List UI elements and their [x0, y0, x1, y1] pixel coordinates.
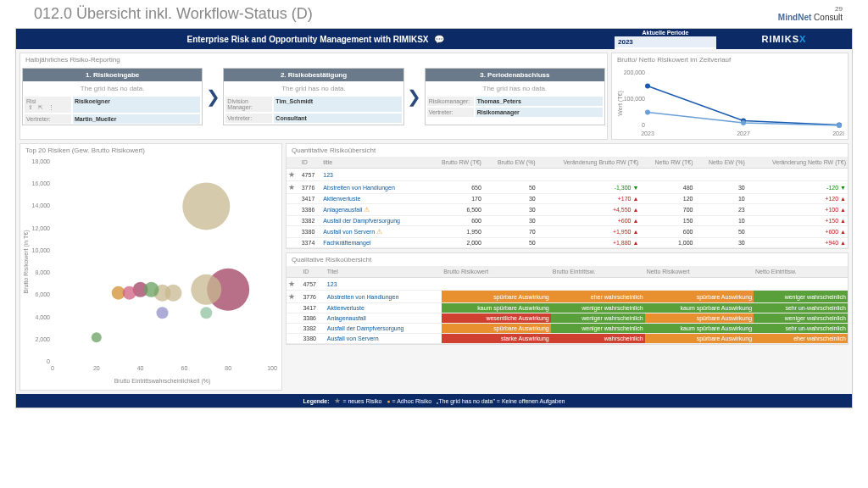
dashboard: Enterprise Risk and Opportunity Manageme…: [15, 28, 853, 408]
table-row[interactable]: 3382 Ausfall der Dampfversorgung 60030+6…: [287, 216, 848, 226]
svg-text:2028: 2028: [832, 130, 844, 136]
svg-text:Wert (T€): Wert (T€): [617, 91, 624, 115]
workflow-step[interactable]: 3. PeriodenabschlussThe grid has no data…: [425, 68, 605, 125]
svg-point-12: [837, 123, 842, 128]
table-row[interactable]: ★ 4757123: [287, 278, 848, 291]
quant-table[interactable]: IDtitleBrutto RW (T€)Brutto EW (%)Veränd…: [287, 157, 848, 248]
svg-point-41: [200, 307, 212, 319]
more-icon[interactable]: ⋮: [47, 104, 55, 111]
svg-text:14,000: 14,000: [32, 202, 51, 208]
table-row[interactable]: ★ 3776Abstreiten von Handlungen spürbare…: [287, 291, 848, 303]
arrow-icon: ❯: [406, 68, 423, 125]
svg-point-37: [144, 282, 159, 297]
table-row[interactable]: 3386Anlagenausfall wesentliche Auswirkun…: [287, 313, 848, 324]
star-icon: ★: [288, 292, 295, 301]
scatter-chart[interactable]: 02,0004,0006,0008,00010,00012,00014,0001…: [20, 157, 281, 390]
svg-text:10,000: 10,000: [32, 247, 51, 253]
dashboard-title: Enterprise Risk and Opportunity Manageme…: [16, 29, 615, 49]
legend-footer: Legende: ★ = neues Risiko ● = Adhoc Risi…: [16, 394, 852, 408]
table-row[interactable]: 3417 Aktienverluste 17030+170 ▲ 12010+12…: [287, 194, 848, 204]
svg-text:Brutto Risikowert (in T€): Brutto Risikowert (in T€): [23, 230, 30, 294]
slide-logo: 29 MindNet Consult: [778, 5, 843, 23]
brand-logo: RIMIKSX: [716, 29, 852, 49]
svg-text:0: 0: [47, 358, 50, 364]
svg-text:18,000: 18,000: [32, 158, 51, 164]
table-row[interactable]: ★ 3776 Abstreiten von Handlungen 65050-1…: [287, 181, 848, 194]
svg-text:2023: 2023: [641, 130, 654, 136]
workflow-title: Halbjährliches Risiko-Reporting: [20, 53, 607, 66]
svg-text:8,000: 8,000: [35, 269, 50, 275]
svg-text:0: 0: [642, 122, 645, 128]
svg-point-7: [645, 84, 650, 89]
line-chart[interactable]: 0100,000200,000202320272028Wert (T€): [612, 66, 848, 139]
svg-text:100: 100: [267, 365, 277, 371]
warning-icon: ⚠: [364, 206, 370, 214]
table-row[interactable]: 3374 Fachkräftemangel 2,00050+1,880 ▲ 1,…: [287, 238, 848, 248]
svg-point-31: [182, 182, 230, 230]
svg-text:4,000: 4,000: [35, 314, 50, 320]
qual-table[interactable]: IDTitelBrutto RisikowertBrutto Eintritts…: [287, 266, 848, 344]
table-row[interactable]: 3380 Ausfall von Servern ⚠ 1,95070+1,950…: [287, 226, 848, 238]
svg-text:2,000: 2,000: [35, 336, 50, 342]
workflow-step[interactable]: 1. RisikoeingabeThe grid has no data.Ris…: [22, 68, 203, 125]
svg-point-11: [741, 120, 746, 125]
table-row[interactable]: 3417Aktienverluste kaum spürbare Auswirk…: [287, 303, 848, 313]
svg-text:200,000: 200,000: [624, 69, 645, 75]
svg-point-42: [92, 332, 102, 342]
svg-text:80: 80: [225, 365, 231, 371]
star-icon: ★: [288, 280, 295, 288]
slide-title: 012.0 Übersicht inkl. Workflow-Status (D…: [34, 5, 313, 23]
warning-icon: ⚠: [376, 228, 382, 236]
linechart-title: Brutto/ Netto Risikowert im Zeitverlauf: [612, 53, 848, 66]
quant-title: Quantitative Risikoübersicht: [287, 144, 848, 157]
arrow-icon: ❯: [204, 68, 221, 125]
svg-text:100,000: 100,000: [624, 96, 645, 102]
share-icon[interactable]: ⇪: [26, 104, 35, 111]
svg-text:2027: 2027: [737, 130, 750, 136]
svg-point-10: [645, 110, 650, 115]
svg-point-39: [123, 286, 136, 300]
svg-text:20: 20: [93, 365, 100, 371]
star-icon: ★: [288, 170, 295, 179]
scatter-title: Top 20 Risiken (Gew. Brutto Risikowert): [20, 144, 281, 157]
svg-text:40: 40: [137, 365, 144, 371]
svg-text:12,000: 12,000: [32, 225, 51, 231]
svg-text:6,000: 6,000: [35, 291, 50, 297]
qual-title: Qualitative Risikoübersicht: [287, 253, 848, 266]
period-label: Aktuelle Periode: [615, 29, 716, 36]
table-row[interactable]: 3386 Anlagenausfall ⚠ 6,50030+4,550 ▲ 70…: [287, 204, 848, 216]
svg-text:0: 0: [51, 365, 54, 371]
svg-point-33: [191, 274, 221, 305]
table-row[interactable]: ★ 4757 123: [287, 169, 848, 181]
star-icon: ★: [288, 183, 295, 191]
period-value[interactable]: 2023: [615, 36, 716, 47]
workflow-step[interactable]: 2. RisikobestätigungThe grid has no data…: [223, 68, 403, 125]
svg-point-35: [164, 285, 181, 302]
export-icon[interactable]: ⇱: [36, 104, 45, 111]
table-row[interactable]: 3382Ausfall der Dampfversorgung spürbare…: [287, 324, 848, 334]
chat-icon[interactable]: 💬: [434, 35, 444, 44]
svg-text:16,000: 16,000: [32, 180, 51, 186]
svg-text:Brutto Eintrittswahrscheinlich: Brutto Eintrittswahrscheinlichkeit (%): [114, 378, 211, 385]
svg-text:60: 60: [181, 365, 188, 371]
svg-point-40: [157, 307, 169, 319]
table-row[interactable]: 3380Ausfall von Servern starke Auswirkun…: [287, 334, 848, 344]
